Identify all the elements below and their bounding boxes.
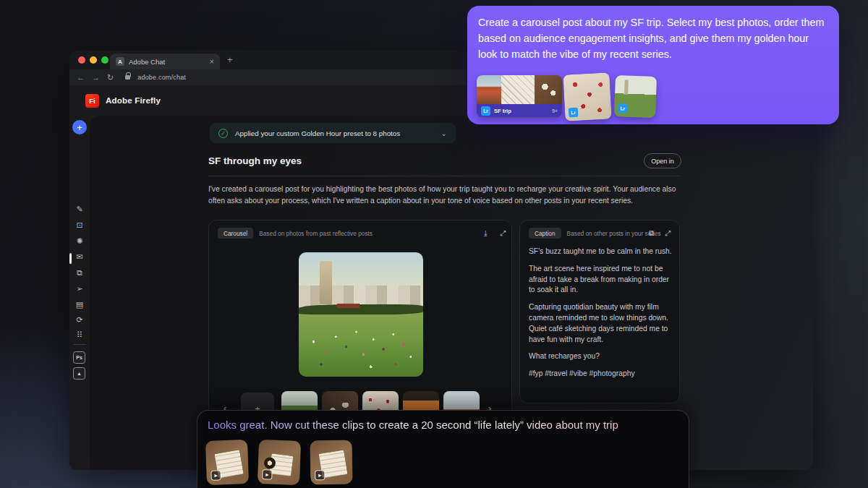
apps-grid-icon[interactable]: ⠿ (73, 328, 86, 341)
assistant-description: I've created a carousel post for you hig… (208, 184, 678, 206)
sidebar: + ✎ ⊡ ✺ ✉ ⧉ ➢ ▤ ⟳ ⠿ Ps ▲ (69, 116, 90, 470)
caption-paragraph: Capturing quotidian beauty with my film … (529, 302, 672, 345)
desktop-background: A Adobe Chat × + ← → ↻ adobe.com/chat Fi… (0, 0, 868, 488)
album-info-bar: Lr SF trip 9+ (477, 104, 562, 117)
traffic-minimize-button[interactable] (90, 56, 97, 64)
new-chat-button[interactable]: + (72, 120, 87, 134)
attachment-photo-lanterns[interactable]: Lr (563, 72, 611, 121)
adobe-favicon-icon: A (116, 57, 124, 66)
image-export-icon[interactable]: ⊡ (73, 218, 86, 231)
photoshop-app-icon[interactable]: Ps (73, 351, 85, 364)
caption-subtitle: Based on other posts in your series (567, 230, 661, 237)
album-title: SF trip (494, 108, 548, 114)
traffic-zoom-button[interactable] (101, 56, 109, 64)
sidebar-divider (73, 344, 86, 345)
chat-icon[interactable]: ✉ (73, 250, 86, 263)
reload-button[interactable]: ↻ (107, 74, 114, 82)
lock-icon (125, 75, 130, 80)
photo-slice-coffee (535, 75, 562, 104)
title-divider (208, 176, 680, 176)
caption-hashtags: #fyp #travel #vibe #photography (529, 369, 672, 380)
new-tab-button[interactable]: + (227, 54, 233, 65)
status-banner[interactable]: ✓ Applied your custom Golden Hour preset… (210, 123, 456, 143)
status-text: Applied your custom Golden Hour preset t… (235, 129, 434, 137)
caption-paragraph: What recharges you? (529, 351, 672, 362)
carousel-badge: Carousel (218, 228, 253, 239)
active-item-indicator (69, 253, 72, 264)
check-circle-icon: ✓ (218, 129, 228, 138)
play-icon: ▶ (315, 470, 325, 480)
play-icon: ▶ (210, 470, 221, 480)
photo-slice-bridge (477, 75, 501, 104)
caption-text: SF's buzz taught me to be calm in the ru… (529, 247, 672, 386)
play-icon: ▶ (262, 469, 272, 479)
download-icon[interactable]: ⤓ (484, 229, 488, 237)
user-prompt-text: Create a carousel post about my SF trip.… (478, 14, 830, 62)
photo-slice-sketch (501, 75, 535, 104)
adobe-app-icon[interactable]: ▲ (73, 367, 85, 380)
page-title: SF through my eyes (208, 155, 302, 166)
caption-paragraph: SF's buzz taught me to be calm in the ru… (529, 247, 672, 257)
open-in-button[interactable]: Open in (644, 153, 681, 168)
caption-badge: Caption (529, 228, 561, 239)
back-button[interactable]: ← (77, 74, 85, 82)
send-icon[interactable]: ➢ (73, 282, 86, 295)
album-photo-count: 9+ (552, 108, 558, 114)
traffic-close-button[interactable] (78, 56, 85, 64)
lightroom-icon: Lr (618, 103, 627, 113)
effects-icon[interactable]: ✺ (73, 234, 86, 247)
attachment-album-card[interactable]: Lr SF trip 9+ (477, 75, 562, 117)
attachment-video-clip[interactable]: ▶ (258, 440, 301, 485)
album-collage (477, 75, 562, 104)
copy-icon[interactable]: ⧉ (649, 229, 655, 237)
carousel-panel: Carousel Based on photos from past refle… (208, 220, 512, 437)
carousel-slide-photo (299, 252, 423, 377)
folder-icon[interactable]: ▤ (73, 298, 86, 311)
carousel-panel-header: Carousel Based on photos from past refle… (218, 228, 373, 239)
user-reply-text: Looks great. Now cut these clips to crea… (208, 419, 681, 431)
layers-icon[interactable]: ⧉ (73, 266, 86, 279)
carousel-subtitle: Based on photos from past reflective pos… (259, 230, 373, 237)
user-reply-bubble: Looks great. Now cut these clips to crea… (197, 410, 689, 488)
tab-close-icon[interactable]: × (210, 58, 214, 66)
expand-icon[interactable]: ⤢ (665, 229, 671, 237)
lightroom-icon: Lr (481, 106, 490, 116)
expand-icon[interactable]: ⤢ (500, 229, 506, 237)
attachment-video-clip[interactable]: ▶ (205, 440, 249, 485)
caption-paragraph: The art scene here inspired me to not be… (529, 264, 672, 296)
attachment-video-clip[interactable]: ▶ (310, 440, 352, 484)
brand-title: Adobe Firefly (106, 96, 161, 105)
edit-tools-icon[interactable]: ✎ (73, 202, 86, 215)
address-bar[interactable]: adobe.com/chat (137, 74, 186, 81)
attachment-photo-park[interactable]: Lr (614, 75, 657, 118)
caption-panel-header: Caption Based on other posts in your ser… (529, 228, 661, 239)
tab-title: Adobe Chat (129, 58, 205, 66)
chevron-down-icon[interactable]: ⌄ (441, 129, 447, 137)
browser-tab[interactable]: A Adobe Chat × (110, 53, 220, 69)
forward-button[interactable]: → (92, 74, 100, 82)
park-people-art (299, 252, 423, 377)
firefly-logo-icon: Fi (85, 94, 99, 108)
lightroom-icon: Lr (569, 108, 579, 118)
history-icon[interactable]: ⟳ (73, 313, 86, 326)
caption-panel: Caption Based on other posts in your ser… (519, 220, 680, 403)
user-prompt-bubble: Create a carousel post about my SF trip.… (467, 6, 839, 124)
